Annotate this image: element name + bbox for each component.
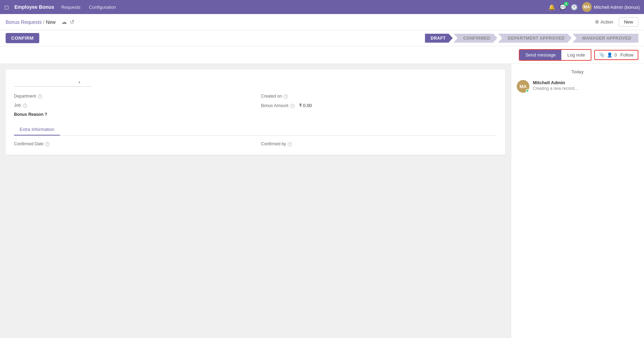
employee-row: ▾	[14, 78, 497, 87]
right-fields: Created on ? Bonus Amount ? ₹ 0.00	[261, 94, 497, 117]
top-nav-right: 🔔 💬 5 🕐 MA Mitchell Admin (bonus)	[548, 2, 640, 12]
tab-bar: Extra Information	[14, 124, 497, 136]
header-icons: ☁ ↺	[61, 19, 74, 25]
job-help[interactable]: ?	[23, 104, 27, 108]
breadcrumb-current: New	[46, 19, 56, 25]
action-bar: Send message Log note 📎 👤 0 Follow	[0, 46, 644, 64]
department-help[interactable]: ?	[38, 94, 42, 99]
send-message-button[interactable]: Send message	[520, 50, 561, 60]
chatter-message: MA Mitchell Admin Creating a new record.…	[517, 80, 638, 93]
confirmed-date-help[interactable]: ?	[45, 142, 49, 146]
user-avatar: MA	[582, 2, 592, 12]
tab-extra-information[interactable]: Extra Information	[14, 124, 60, 135]
form-area: ▾ Department ? Job ? Bonus Reason ?	[0, 64, 511, 338]
chatter-area: Today MA Mitchell Admin Creating a new r…	[511, 64, 644, 338]
bonus-reason-row: Bonus Reason ?	[14, 112, 250, 117]
pipeline-step-confirmed: CONFIRMED	[453, 34, 497, 43]
extra-fields-grid: Confirmed Date ? Confirmed by ?	[14, 141, 497, 146]
pipeline-step-mgr-approved: MANAGER APPROVED	[572, 34, 638, 43]
nav-requests[interactable]: Requests	[60, 5, 82, 10]
nav-configuration[interactable]: Configuration	[88, 5, 117, 10]
breadcrumb: Bonus Requests / New	[6, 19, 56, 25]
refresh-icon[interactable]: ↺	[70, 19, 74, 25]
bonus-reason-help[interactable]: ?	[45, 112, 47, 117]
employee-input-wrap: ▾	[14, 78, 91, 87]
bonus-amount-help[interactable]: ?	[290, 104, 294, 108]
chatter-today-label: Today	[517, 69, 638, 74]
clock-icon[interactable]: 🕐	[571, 4, 578, 11]
follow-button[interactable]: Follow	[620, 52, 633, 58]
pipeline-step-dept-approved: DEPARTMENT APPROVED	[498, 34, 572, 43]
confirmed-date-label: Confirmed Date ?	[14, 141, 49, 146]
app-title: Employee Bonus	[14, 4, 54, 10]
left-fields: Department ? Job ? Bonus Reason ?	[14, 94, 250, 117]
pipeline: DRAFT CONFIRMED DEPARTMENT APPROVED MANA…	[425, 34, 638, 43]
bonus-amount-row: Bonus Amount ? ₹ 0.00	[261, 103, 497, 108]
bonus-amount-value: ₹ 0.00	[299, 103, 312, 108]
department-label: Department ?	[14, 94, 49, 99]
notification-icon[interactable]: 🔔	[548, 4, 555, 11]
app-grid-icon[interactable]: ◻	[4, 4, 9, 11]
user-menu[interactable]: MA Mitchell Admin (bonus)	[582, 2, 640, 12]
online-indicator	[526, 89, 529, 92]
created-on-help[interactable]: ?	[284, 94, 288, 99]
chat-badge: 5	[564, 2, 568, 6]
breadcrumb-separator: /	[43, 19, 45, 25]
chatter-author: Mitchell Admin	[533, 80, 578, 85]
paperclip-icon: 📎	[599, 52, 605, 58]
log-note-button[interactable]: Log note	[561, 50, 591, 60]
confirmed-by-label: Confirmed by ?	[261, 141, 296, 146]
new-button[interactable]: New	[619, 17, 638, 27]
chatter-message-text: Creating a new record...	[533, 86, 578, 91]
confirmed-date-row: Confirmed Date ?	[14, 141, 250, 146]
messaging-buttons-container: Send message Log note	[519, 49, 591, 61]
follow-container: 📎 👤 0 Follow	[594, 50, 638, 60]
pipeline-step-draft: DRAFT	[425, 34, 453, 43]
sub-header: Bonus Requests / New ☁ ↺ ⚙ ⚙ Action Acti…	[0, 14, 644, 30]
job-row: Job ?	[14, 103, 250, 108]
sub-header-right: ⚙ ⚙ Action Action New	[592, 17, 638, 27]
top-navigation: ◻ Employee Bonus Requests Configuration …	[0, 0, 644, 14]
save-cloud-icon[interactable]: ☁	[61, 19, 67, 25]
created-on-label: Created on ?	[261, 94, 296, 99]
user-name: Mitchell Admin (bonus)	[594, 5, 640, 10]
followers-count: 0	[615, 53, 617, 58]
followers-icon: 👤	[607, 52, 612, 58]
bonus-reason-label: Bonus Reason ?	[14, 112, 47, 117]
status-bar: CONFIRM DRAFT CONFIRMED DEPARTMENT APPRO…	[0, 30, 644, 46]
form-card: ▾ Department ? Job ? Bonus Reason ?	[6, 69, 505, 155]
bonus-amount-label: Bonus Amount ?	[261, 103, 296, 108]
employee-input[interactable]	[14, 78, 77, 86]
created-on-row: Created on ?	[261, 94, 497, 99]
fields-grid: Department ? Job ? Bonus Reason ? Create…	[14, 94, 497, 117]
department-row: Department ?	[14, 94, 250, 99]
job-label: Job ?	[14, 103, 49, 108]
confirmed-by-help[interactable]: ?	[288, 142, 292, 146]
breadcrumb-parent[interactable]: Bonus Requests	[6, 19, 42, 25]
chatter-avatar: MA	[517, 80, 529, 93]
confirmed-by-row: Confirmed by ?	[261, 141, 497, 146]
action-button[interactable]: ⚙ ⚙ Action Action	[592, 18, 616, 26]
confirm-button[interactable]: CONFIRM	[6, 33, 39, 43]
chat-icon[interactable]: 💬 5	[560, 4, 567, 11]
main-layout: ▾ Department ? Job ? Bonus Reason ?	[0, 64, 644, 338]
chatter-content: Mitchell Admin Creating a new record...	[533, 80, 578, 91]
employee-dropdown-icon[interactable]: ▾	[79, 80, 80, 84]
gear-icon: ⚙	[595, 19, 599, 25]
